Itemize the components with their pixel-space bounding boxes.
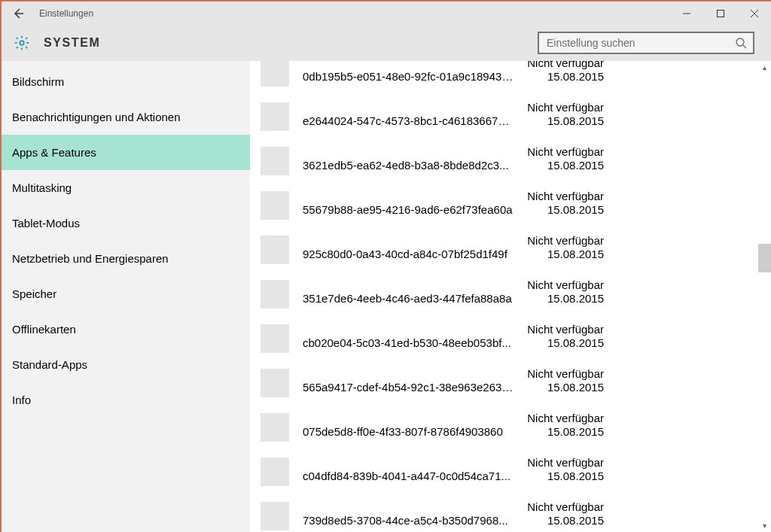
app-placeholder-icon xyxy=(261,458,289,486)
app-status: Nicht verfügbar xyxy=(513,323,604,336)
window-title: Einstellungen xyxy=(39,8,93,19)
app-meta: Nicht verfügbar15.08.2015 xyxy=(513,234,611,261)
sidebar-item-label: Multitasking xyxy=(12,181,72,194)
app-meta: Nicht verfügbar15.08.2015 xyxy=(513,190,611,217)
app-name: 739d8ed5-3708-44ce-a5c4-b350d7968... xyxy=(303,500,513,527)
sidebar-item[interactable]: Apps & Features xyxy=(2,135,250,170)
app-name: 925c80d0-0a43-40cd-a84c-07bf25d1f49f xyxy=(303,234,513,261)
app-placeholder-icon xyxy=(261,369,289,397)
app-meta: Nicht verfügbar15.08.2015 xyxy=(513,101,611,128)
maximize-button[interactable] xyxy=(703,2,737,25)
sidebar-item[interactable]: Benachrichtigungen und Aktionen xyxy=(2,99,250,135)
sidebar-item-label: Benachrichtigungen und Aktionen xyxy=(12,111,181,123)
app-meta: Nicht verfügbar15.08.2015 xyxy=(513,412,611,439)
app-date: 15.08.2015 xyxy=(513,336,604,350)
app-placeholder-icon xyxy=(261,324,289,353)
app-row[interactable]: 075de5d8-ff0e-4f33-807f-8786f4903860Nich… xyxy=(261,407,771,451)
vertical-scrollbar[interactable]: ▴ ▾ xyxy=(758,61,771,532)
search-box[interactable] xyxy=(538,32,754,54)
close-button[interactable] xyxy=(737,2,771,25)
svg-point-1 xyxy=(20,41,24,45)
sidebar-item-label: Speicher xyxy=(12,287,56,300)
gear-icon xyxy=(14,35,30,51)
back-button[interactable] xyxy=(2,2,35,25)
app-date: 15.08.2015 xyxy=(513,514,604,527)
scroll-up-arrow[interactable]: ▴ xyxy=(758,61,771,74)
app-meta: Nicht verfügbar15.08.2015 xyxy=(513,278,611,306)
app-status: Nicht verfügbar xyxy=(513,412,604,425)
app-row[interactable]: 0db195b5-e051-48e0-92fc-01a9c1894307Nich… xyxy=(261,61,771,96)
app-placeholder-icon xyxy=(261,236,289,264)
app-row[interactable]: e2644024-547c-4573-8bc1-c461836673...Nic… xyxy=(261,96,771,141)
sidebar-item-label: Apps & Features xyxy=(12,146,96,159)
app-meta: Nicht verfügbar15.08.2015 xyxy=(513,145,611,172)
search-input[interactable] xyxy=(545,36,735,50)
app-row[interactable]: 565a9417-cdef-4b54-92c1-38e963e26327Nich… xyxy=(261,363,771,407)
app-row[interactable]: 3621edb5-ea62-4ed8-b3a8-8bde8d2c3...Nich… xyxy=(261,141,771,185)
app-status: Nicht verfügbar xyxy=(513,145,604,159)
app-row[interactable]: c04dfd84-839b-4041-a447-0c0d54ca71...Nic… xyxy=(261,451,771,496)
app-status: Nicht verfügbar xyxy=(513,367,604,381)
app-status: Nicht verfügbar xyxy=(513,190,604,203)
app-name: e2644024-547c-4573-8bc1-c461836673... xyxy=(303,101,513,128)
app-name: cb020e04-5c03-41ed-b530-48eeb053bf... xyxy=(303,323,513,350)
page-header: SYSTEM xyxy=(2,25,771,61)
app-placeholder-icon xyxy=(261,191,289,220)
titlebar: Einstellungen xyxy=(2,2,771,25)
sidebar-item-label: Netzbetrieb und Energiesparen xyxy=(12,252,169,265)
app-row[interactable]: 739d8ed5-3708-44ce-a5c4-b350d7968...Nich… xyxy=(261,496,771,532)
app-date: 15.08.2015 xyxy=(513,159,604,172)
app-name: 3621edb5-ea62-4ed8-b3a8-8bde8d2c3... xyxy=(303,145,513,172)
sidebar-item-label: Standard-Apps xyxy=(12,358,87,371)
sidebar-item-label: Tablet-Modus xyxy=(12,217,80,230)
search-icon xyxy=(735,37,747,49)
app-meta: Nicht verfügbar15.08.2015 xyxy=(513,323,611,350)
scroll-thumb[interactable] xyxy=(758,244,771,272)
sidebar-item[interactable]: Info xyxy=(2,382,250,418)
sidebar: BildschirmBenachrichtigungen und Aktione… xyxy=(2,61,250,532)
app-placeholder-icon xyxy=(261,147,289,175)
app-placeholder-icon xyxy=(261,102,289,131)
app-placeholder-icon xyxy=(261,61,289,87)
sidebar-item[interactable]: Speicher xyxy=(2,276,250,312)
sidebar-item[interactable]: Tablet-Modus xyxy=(2,205,250,241)
sidebar-item[interactable]: Netzbetrieb und Energiesparen xyxy=(2,241,250,276)
minimize-button[interactable] xyxy=(669,2,703,25)
apps-list-panel: 0db195b5-e051-48e0-92fc-01a9c1894307Nich… xyxy=(250,61,771,532)
app-status: Nicht verfügbar xyxy=(513,456,604,470)
app-status: Nicht verfügbar xyxy=(513,278,604,292)
app-row[interactable]: 55679b88-ae95-4216-9ad6-e62f73fea60aNich… xyxy=(261,185,771,230)
app-date: 15.08.2015 xyxy=(513,381,604,394)
app-meta: Nicht verfügbar15.08.2015 xyxy=(513,456,611,483)
sidebar-item[interactable]: Bildschirm xyxy=(2,64,250,99)
app-name: 075de5d8-ff0e-4f33-807f-8786f4903860 xyxy=(303,412,513,439)
app-date: 15.08.2015 xyxy=(513,248,604,261)
sidebar-item-label: Offlinekarten xyxy=(12,323,76,336)
app-name: c04dfd84-839b-4041-a447-0c0d54ca71... xyxy=(303,456,513,483)
app-date: 15.08.2015 xyxy=(513,114,604,128)
app-date: 15.08.2015 xyxy=(513,470,604,483)
page-title: SYSTEM xyxy=(44,36,100,50)
sidebar-item[interactable]: Multitasking xyxy=(2,170,250,205)
app-date: 15.08.2015 xyxy=(513,203,604,217)
app-name: 0db195b5-e051-48e0-92fc-01a9c1894307 xyxy=(303,61,513,84)
app-name: 351e7de6-4eeb-4c46-aed3-447fefa88a8a xyxy=(303,278,513,306)
app-date: 15.08.2015 xyxy=(513,292,604,306)
app-placeholder-icon xyxy=(261,502,289,530)
sidebar-item[interactable]: Offlinekarten xyxy=(2,312,250,347)
app-meta: Nicht verfügbar15.08.2015 xyxy=(513,500,611,527)
app-row[interactable]: 925c80d0-0a43-40cd-a84c-07bf25d1f49fNich… xyxy=(261,230,771,274)
app-status: Nicht verfügbar xyxy=(513,234,604,248)
app-meta: Nicht verfügbar15.08.2015 xyxy=(513,61,611,84)
svg-point-2 xyxy=(736,38,744,46)
app-placeholder-icon xyxy=(261,413,289,442)
app-status: Nicht verfügbar xyxy=(513,500,604,514)
sidebar-item-label: Bildschirm xyxy=(12,75,64,88)
app-name: 55679b88-ae95-4216-9ad6-e62f73fea60a xyxy=(303,190,513,217)
sidebar-item[interactable]: Standard-Apps xyxy=(2,347,250,382)
app-row[interactable]: 351e7de6-4eeb-4c46-aed3-447fefa88a8aNich… xyxy=(261,274,771,318)
app-name: 565a9417-cdef-4b54-92c1-38e963e26327 xyxy=(303,367,513,394)
app-row[interactable]: cb020e04-5c03-41ed-b530-48eeb053bf...Nic… xyxy=(261,318,771,363)
scroll-down-arrow[interactable]: ▾ xyxy=(758,519,771,532)
sidebar-item-label: Info xyxy=(12,394,31,406)
